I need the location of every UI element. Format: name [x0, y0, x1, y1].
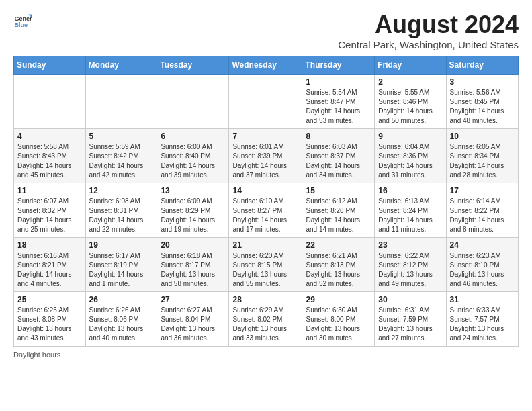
day-number: 26	[89, 295, 154, 304]
col-wednesday: Wednesday	[229, 56, 302, 75]
logo: General Blue	[13, 11, 32, 30]
calendar-cell: 21Sunrise: 6:20 AM Sunset: 8:15 PM Dayli…	[229, 238, 302, 292]
calendar-cell	[157, 75, 229, 129]
day-info: Sunrise: 5:58 AM Sunset: 8:43 PM Dayligh…	[17, 142, 82, 180]
day-info: Sunrise: 6:10 AM Sunset: 8:27 PM Dayligh…	[232, 197, 298, 234]
calendar-cell: 8Sunrise: 6:03 AM Sunset: 8:37 PM Daylig…	[302, 129, 375, 183]
day-number: 13	[161, 186, 225, 195]
calendar-row-3: 11Sunrise: 6:07 AM Sunset: 8:32 PM Dayli…	[14, 183, 519, 238]
day-number: 19	[89, 240, 154, 250]
day-info: Sunrise: 6:21 AM Sunset: 8:13 PM Dayligh…	[306, 251, 371, 289]
day-number: 1	[306, 77, 371, 87]
day-number: 29	[306, 295, 371, 304]
title-area: August 2024 Central Park, Washington, Un…	[338, 11, 519, 50]
calendar-cell: 16Sunrise: 6:13 AM Sunset: 8:24 PM Dayli…	[375, 183, 446, 238]
calendar-cell: 19Sunrise: 6:17 AM Sunset: 8:19 PM Dayli…	[85, 238, 157, 292]
calendar-cell: 10Sunrise: 6:05 AM Sunset: 8:34 PM Dayli…	[446, 129, 518, 183]
calendar-cell: 5Sunrise: 5:59 AM Sunset: 8:42 PM Daylig…	[85, 129, 157, 183]
calendar-cell: 6Sunrise: 6:00 AM Sunset: 8:40 PM Daylig…	[157, 129, 229, 183]
day-info: Sunrise: 6:25 AM Sunset: 8:08 PM Dayligh…	[17, 306, 82, 343]
day-number: 11	[17, 186, 82, 195]
day-info: Sunrise: 6:29 AM Sunset: 8:02 PM Dayligh…	[232, 306, 298, 343]
day-number: 25	[17, 295, 82, 304]
day-info: Sunrise: 6:27 AM Sunset: 8:04 PM Dayligh…	[161, 306, 225, 343]
calendar-row-1: 1Sunrise: 5:54 AM Sunset: 8:47 PM Daylig…	[14, 75, 519, 129]
day-info: Sunrise: 6:23 AM Sunset: 8:10 PM Dayligh…	[450, 251, 515, 289]
day-info: Sunrise: 6:03 AM Sunset: 8:37 PM Dayligh…	[306, 142, 371, 180]
calendar-cell: 30Sunrise: 6:31 AM Sunset: 7:59 PM Dayli…	[375, 292, 446, 347]
day-number: 18	[17, 240, 82, 250]
day-info: Sunrise: 5:59 AM Sunset: 8:42 PM Dayligh…	[89, 142, 154, 180]
calendar-cell: 2Sunrise: 5:55 AM Sunset: 8:46 PM Daylig…	[375, 75, 446, 129]
calendar-cell: 23Sunrise: 6:22 AM Sunset: 8:12 PM Dayli…	[375, 238, 446, 292]
day-number: 2	[378, 77, 442, 87]
calendar-cell: 7Sunrise: 6:01 AM Sunset: 8:39 PM Daylig…	[229, 129, 302, 183]
day-number: 23	[378, 240, 442, 250]
calendar-cell: 28Sunrise: 6:29 AM Sunset: 8:02 PM Dayli…	[229, 292, 302, 347]
day-info: Sunrise: 6:31 AM Sunset: 7:59 PM Dayligh…	[378, 306, 442, 343]
day-info: Sunrise: 6:22 AM Sunset: 8:12 PM Dayligh…	[378, 251, 442, 289]
calendar-cell: 22Sunrise: 6:21 AM Sunset: 8:13 PM Dayli…	[302, 238, 375, 292]
day-number: 9	[378, 132, 442, 141]
day-info: Sunrise: 6:05 AM Sunset: 8:34 PM Dayligh…	[450, 142, 515, 180]
col-thursday: Thursday	[302, 56, 375, 75]
calendar-cell: 12Sunrise: 6:08 AM Sunset: 8:31 PM Dayli…	[85, 183, 157, 238]
day-number: 22	[306, 240, 371, 250]
calendar-cell: 1Sunrise: 5:54 AM Sunset: 8:47 PM Daylig…	[302, 75, 375, 129]
calendar-row-5: 25Sunrise: 6:25 AM Sunset: 8:08 PM Dayli…	[14, 292, 519, 347]
day-number: 30	[378, 295, 442, 304]
day-info: Sunrise: 6:00 AM Sunset: 8:40 PM Dayligh…	[161, 142, 225, 180]
calendar-cell: 3Sunrise: 5:56 AM Sunset: 8:45 PM Daylig…	[446, 75, 518, 129]
day-number: 24	[450, 240, 515, 250]
day-number: 27	[161, 295, 225, 304]
day-number: 28	[232, 295, 298, 304]
day-number: 31	[450, 295, 515, 304]
calendar-title: August 2024	[338, 11, 519, 39]
day-number: 8	[306, 132, 371, 141]
day-number: 10	[450, 132, 515, 141]
day-info: Sunrise: 6:26 AM Sunset: 8:06 PM Dayligh…	[89, 306, 154, 343]
day-number: 15	[306, 186, 371, 195]
calendar-cell: 18Sunrise: 6:16 AM Sunset: 8:21 PM Dayli…	[14, 238, 86, 292]
calendar-subtitle: Central Park, Washington, United States	[338, 39, 519, 50]
day-number: 6	[161, 132, 225, 141]
day-number: 7	[232, 132, 298, 141]
header-row: Sunday Monday Tuesday Wednesday Thursday…	[14, 56, 519, 75]
calendar-header: Sunday Monday Tuesday Wednesday Thursday…	[14, 56, 519, 75]
calendar-cell: 29Sunrise: 6:30 AM Sunset: 8:00 PM Dayli…	[302, 292, 375, 347]
day-info: Sunrise: 6:13 AM Sunset: 8:24 PM Dayligh…	[378, 197, 442, 234]
day-info: Sunrise: 6:33 AM Sunset: 7:57 PM Dayligh…	[450, 306, 515, 343]
day-number: 4	[17, 132, 82, 141]
day-number: 3	[450, 77, 515, 87]
calendar-cell: 15Sunrise: 6:12 AM Sunset: 8:26 PM Dayli…	[302, 183, 375, 238]
calendar-cell: 13Sunrise: 6:09 AM Sunset: 8:29 PM Dayli…	[157, 183, 229, 238]
day-info: Sunrise: 6:18 AM Sunset: 8:17 PM Dayligh…	[161, 251, 225, 289]
calendar-cell: 4Sunrise: 5:58 AM Sunset: 8:43 PM Daylig…	[14, 129, 86, 183]
day-number: 14	[232, 186, 298, 195]
logo-icon: General Blue	[13, 11, 32, 30]
day-info: Sunrise: 6:16 AM Sunset: 8:21 PM Dayligh…	[17, 251, 82, 289]
calendar-cell: 11Sunrise: 6:07 AM Sunset: 8:32 PM Dayli…	[14, 183, 86, 238]
day-info: Sunrise: 6:14 AM Sunset: 8:22 PM Dayligh…	[450, 197, 515, 234]
footer-note: Daylight hours	[13, 351, 519, 359]
day-number: 5	[89, 132, 154, 141]
calendar-cell: 31Sunrise: 6:33 AM Sunset: 7:57 PM Dayli…	[446, 292, 518, 347]
calendar-cell	[229, 75, 302, 129]
day-number: 21	[232, 240, 298, 250]
calendar-body: 1Sunrise: 5:54 AM Sunset: 8:47 PM Daylig…	[14, 75, 519, 347]
calendar-cell: 26Sunrise: 6:26 AM Sunset: 8:06 PM Dayli…	[85, 292, 157, 347]
calendar-cell: 27Sunrise: 6:27 AM Sunset: 8:04 PM Dayli…	[157, 292, 229, 347]
calendar-cell	[14, 75, 86, 129]
calendar-cell: 24Sunrise: 6:23 AM Sunset: 8:10 PM Dayli…	[446, 238, 518, 292]
calendar-cell: 14Sunrise: 6:10 AM Sunset: 8:27 PM Dayli…	[229, 183, 302, 238]
svg-text:Blue: Blue	[14, 21, 28, 28]
day-info: Sunrise: 5:54 AM Sunset: 8:47 PM Dayligh…	[306, 88, 371, 126]
calendar-row-2: 4Sunrise: 5:58 AM Sunset: 8:43 PM Daylig…	[14, 129, 519, 183]
calendar-row-4: 18Sunrise: 6:16 AM Sunset: 8:21 PM Dayli…	[14, 238, 519, 292]
calendar-cell: 17Sunrise: 6:14 AM Sunset: 8:22 PM Dayli…	[446, 183, 518, 238]
day-number: 12	[89, 186, 154, 195]
col-saturday: Saturday	[446, 56, 518, 75]
day-number: 17	[450, 186, 515, 195]
col-monday: Monday	[85, 56, 157, 75]
col-friday: Friday	[375, 56, 446, 75]
